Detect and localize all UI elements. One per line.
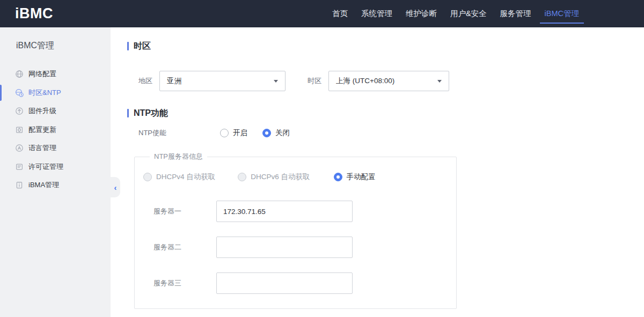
upgrade-arrow-icon — [15, 107, 24, 115]
sidebar-item-label: 配置更新 — [28, 125, 56, 135]
chevron-down-icon — [274, 80, 278, 83]
sidebar-item-ibma[interactable]: iBMA管理 — [0, 176, 111, 195]
ntp-enable-on-radio[interactable]: 开启 — [220, 128, 247, 138]
ntp-server-group: NTP服务器信息 DHCPv4 自动获取 DHCPv6 自动获取 手动配置 服务… — [134, 152, 457, 309]
sidebar-item-timezone-ntp[interactable]: 时区&NTP — [0, 84, 111, 102]
radio-disabled-icon — [238, 173, 246, 181]
radio-label: DHCPv6 自动获取 — [251, 172, 310, 182]
nav-item-maintenance[interactable]: 维护诊断 — [401, 0, 442, 27]
ntp-server-group-legend: NTP服务器信息 — [150, 152, 207, 161]
timezone-label: 时区 — [308, 76, 321, 86]
server2-label: 服务器二 — [153, 242, 216, 252]
radio-label: 手动配置 — [347, 172, 376, 182]
sidebar-item-license[interactable]: 许可证管理 — [0, 158, 111, 176]
sidebar-item-label: 时区&NTP — [28, 88, 61, 98]
server2-input[interactable] — [216, 237, 353, 258]
nav-item-system[interactable]: 系统管理 — [356, 0, 397, 27]
top-nav: 首页 系统管理 维护诊断 用户&安全 服务管理 iBMC管理 — [327, 0, 584, 27]
section-accent-bar — [127, 109, 129, 117]
ibmc-logo: iBMC — [15, 5, 53, 22]
radio-unchecked-icon — [220, 129, 229, 137]
sidebar-item-config-update[interactable]: 配置更新 — [0, 121, 111, 139]
section-accent-bar — [127, 42, 129, 50]
sidebar-title: iBMC管理 — [0, 27, 111, 50]
sidebar-item-label: 网络配置 — [28, 69, 56, 79]
sidebar-menu: 网络配置 时区&NTP 固件升级 — [0, 65, 111, 195]
ntp-enable-label: NTP使能 — [138, 128, 220, 138]
radio-label: 关闭 — [275, 128, 290, 138]
server-row-1: 服务器一 — [143, 201, 456, 222]
main-content: 时区 地区 亚洲 时区 上海 (UTC+08:00) NTP功能 NTP使能 开… — [111, 27, 644, 317]
ibma-clipboard-icon — [15, 181, 24, 189]
sidebar: iBMC管理 网络配置 时区&NTP — [0, 27, 111, 317]
top-header: iBMC 首页 系统管理 维护诊断 用户&安全 服务管理 iBMC管理 — [0, 0, 644, 27]
timezone-select-value: 上海 (UTC+08:00) — [336, 76, 394, 86]
globe-icon — [15, 70, 24, 78]
sidebar-item-label: 语言管理 — [28, 143, 56, 153]
region-select[interactable]: 亚洲 — [159, 71, 286, 91]
server3-label: 服务器三 — [153, 278, 216, 288]
radio-label: DHCPv4 自动获取 — [156, 172, 215, 182]
timezone-select[interactable]: 上海 (UTC+08:00) — [328, 71, 449, 91]
timezone-section-title: 时区 — [127, 41, 644, 51]
section-title-text: NTP功能 — [134, 108, 168, 118]
server1-input[interactable] — [216, 201, 353, 222]
manual-config-radio[interactable]: 手动配置 — [334, 172, 376, 182]
sidebar-item-language[interactable]: 语言管理 — [0, 139, 111, 158]
timezone-form-row: 地区 亚洲 时区 上海 (UTC+08:00) — [138, 71, 644, 91]
radio-checked-icon — [262, 129, 271, 137]
license-icon — [15, 163, 24, 171]
section-title-text: 时区 — [134, 41, 151, 51]
radio-label: 开启 — [233, 128, 247, 138]
server-row-3: 服务器三 — [143, 272, 456, 294]
sidebar-item-firmware-upgrade[interactable]: 固件升级 — [0, 102, 111, 121]
dhcpv4-auto-radio: DHCPv4 自动获取 — [143, 172, 215, 182]
server-row-2: 服务器二 — [143, 237, 456, 258]
config-update-icon — [15, 126, 24, 134]
ntp-mode-row: DHCPv4 自动获取 DHCPv6 自动获取 手动配置 — [143, 172, 456, 182]
timezone-clock-icon — [15, 89, 24, 97]
nav-item-user-security[interactable]: 用户&安全 — [445, 0, 492, 27]
server1-label: 服务器一 — [153, 207, 216, 216]
chevron-down-icon — [437, 80, 442, 83]
server3-input[interactable] — [216, 272, 353, 294]
language-icon — [15, 144, 24, 152]
chevron-left-icon: ‹ — [114, 183, 117, 192]
radio-disabled-icon — [143, 173, 152, 181]
radio-checked-icon — [334, 173, 342, 181]
sidebar-item-label: 固件升级 — [28, 106, 56, 116]
nav-item-ibmc[interactable]: iBMC管理 — [540, 0, 584, 27]
ntp-section-title: NTP功能 — [127, 108, 644, 118]
ntp-enable-row: NTP使能 开启 关闭 — [138, 128, 644, 138]
sidebar-item-label: 许可证管理 — [28, 162, 63, 172]
dhcpv6-auto-radio: DHCPv6 自动获取 — [238, 172, 310, 182]
sidebar-collapse-button[interactable]: ‹ — [111, 177, 120, 197]
ntp-enable-off-radio[interactable]: 关闭 — [262, 128, 290, 138]
nav-item-service[interactable]: 服务管理 — [495, 0, 536, 27]
sidebar-item-label: iBMA管理 — [28, 180, 59, 190]
sidebar-item-network[interactable]: 网络配置 — [0, 65, 111, 84]
region-label: 地区 — [138, 76, 152, 86]
region-select-value: 亚洲 — [167, 76, 181, 86]
nav-item-home[interactable]: 首页 — [327, 0, 353, 27]
